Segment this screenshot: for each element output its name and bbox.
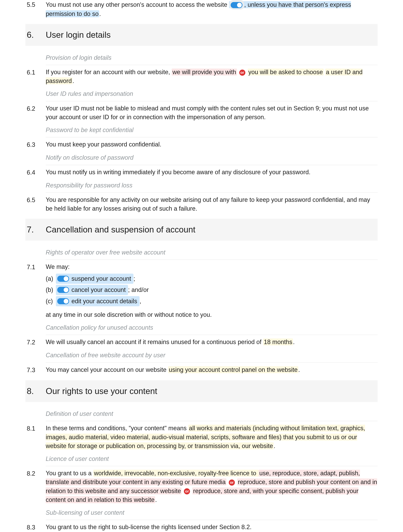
clause-number: 6.3	[25, 140, 46, 149]
clause-6-3: 6.3 You must keep your password confiden…	[25, 140, 378, 149]
clause-end: .	[99, 10, 101, 17]
clause-end: .	[293, 338, 295, 345]
clause-number: 5.5	[25, 0, 46, 9]
section-7-header: 7. Cancellation and suspension of accoun…	[25, 219, 378, 241]
clause-6-2: 6.2 Your user ID must not be liable to m…	[25, 104, 378, 121]
or-badge-icon[interactable]: or	[229, 480, 235, 486]
clause-7-1: 7.1 We may: (a) suspend your account ; (…	[25, 262, 378, 319]
sub-tail: ; and/or	[128, 285, 149, 294]
optional-segment[interactable]: cancel your account	[56, 285, 128, 295]
clause-trail: at any time in our sole discretion with …	[46, 310, 378, 319]
editable-value[interactable]: using your account control panel on the …	[168, 366, 298, 373]
clause-body: We will usually cancel an account if it …	[46, 338, 378, 346]
clause-end: .	[274, 443, 275, 449]
clause-end: .	[298, 366, 300, 373]
clause-note: Definition of user content	[46, 408, 378, 421]
clause-body: You must notify us in writing immediatel…	[46, 168, 378, 177]
clause-body: Your user ID must not be liable to misle…	[46, 104, 378, 121]
sub-tail: ;	[133, 274, 135, 283]
section-number: 7.	[25, 223, 46, 236]
clause-text: You may cancel your account on our websi…	[46, 366, 168, 373]
clause-5-5: 5.5 You must not use any other person's …	[25, 0, 378, 18]
sub-tail: ,	[139, 297, 141, 306]
clause-number: 8.3	[25, 523, 46, 532]
clause-8-1: 8.1 In these terms and conditions, "your…	[25, 424, 378, 450]
section-number: 6.	[25, 29, 46, 41]
clause-body: We may: (a) suspend your account ; (b) c…	[46, 262, 378, 319]
option-text[interactable]: you will be asked to choose	[248, 69, 324, 76]
clause-text: If you register for an account with our …	[46, 69, 170, 76]
section-8-header: 8. Our rights to use your content	[25, 380, 378, 402]
clause-8-3: 8.3 You grant to us the right to sub-lic…	[25, 523, 378, 532]
clause-text: We will usually cancel an account if it …	[46, 338, 263, 345]
section-title: Cancellation and suspension of account	[46, 223, 195, 236]
clause-body: You are responsible for any activity on …	[46, 195, 378, 213]
clause-number: 6.2	[25, 104, 46, 113]
section-6-header: 6. User login details	[25, 24, 378, 46]
clause-6-1: 6.1 If you register for an account with …	[25, 68, 378, 85]
sub-letter: (a)	[46, 274, 56, 283]
editable-value[interactable]: 18 months	[263, 338, 293, 345]
clause-note: Responsibility for password loss	[46, 179, 378, 193]
clause-number: 8.2	[25, 469, 46, 478]
clause-text: You grant to us a	[46, 470, 93, 477]
clause-text: You grant to us the right to sub-license…	[46, 523, 378, 532]
clause-6-4: 6.4 You must notify us in writing immedi…	[25, 168, 378, 177]
clause-7-2: 7.2 We will usually cancel an account if…	[25, 338, 378, 347]
clause-note: Password to be kept confidential	[46, 124, 378, 137]
toggle-switch[interactable]	[57, 298, 69, 304]
clause-number: 8.1	[25, 424, 46, 433]
clause-text: In these terms and conditions, "your con…	[46, 425, 188, 432]
clause-lead: We may:	[46, 262, 378, 271]
clause-number: 7.1	[25, 262, 46, 272]
section-title: Our rights to use your content	[46, 385, 157, 397]
or-badge-icon[interactable]: or	[239, 70, 245, 76]
clause-text: You must notify us in writing immediatel…	[46, 168, 378, 177]
clause-body: You grant to us the right to sub-license…	[46, 523, 378, 532]
optional-segment[interactable]: edit your account details	[56, 296, 139, 306]
clause-body: You may cancel your account on our websi…	[46, 365, 378, 374]
clause-7-3: 7.3 You may cancel your account on our w…	[25, 365, 378, 374]
option-text: suspend your account	[71, 274, 131, 283]
clause-text: You must keep your password confidential…	[46, 140, 378, 149]
clause-body: You must not use any other person's acco…	[46, 0, 378, 18]
clause-note: Rights of operator over free website acc…	[46, 246, 378, 260]
clause-note: Provision of login details	[46, 52, 378, 65]
section-number: 8.	[25, 385, 46, 397]
clause-note: User ID rules and impersonation	[46, 88, 378, 101]
clause-text: You must not use any other person's acco…	[46, 1, 227, 8]
section-title: User login details	[46, 29, 111, 41]
option-text: edit your account details	[71, 297, 137, 306]
editable-value[interactable]: worldwide, irrevocable, non-exclusive, r…	[93, 470, 258, 477]
clause-note: Licence of user content	[46, 453, 378, 466]
clause-note: Sub-licensing of user content	[46, 507, 378, 520]
toggle-switch[interactable]	[230, 0, 244, 9]
clause-end: .	[72, 77, 74, 84]
clause-8-2: 8.2 You grant to us a worldwide, irrevoc…	[25, 469, 378, 504]
clause-number: 6.1	[25, 68, 46, 77]
option-text[interactable]: we will provide you with	[172, 69, 237, 76]
clause-text: Your user ID must not be liable to misle…	[46, 104, 378, 121]
clause-number: 6.5	[25, 195, 46, 204]
clause-body: You grant to us a worldwide, irrevocable…	[46, 469, 378, 504]
clause-text: You are responsible for any activity on …	[46, 195, 378, 213]
toggle-switch[interactable]	[57, 287, 69, 293]
clause-6-5: 6.5 You are responsible for any activity…	[25, 195, 378, 213]
clause-number: 7.3	[25, 365, 46, 374]
clause-body: In these terms and conditions, "your con…	[46, 424, 378, 450]
toggle-switch[interactable]	[57, 276, 69, 282]
or-badge-icon[interactable]: or	[184, 488, 190, 494]
clause-body: You must keep your password confidential…	[46, 140, 378, 149]
clause-note: Cancellation policy for unused accounts	[46, 322, 378, 335]
optional-segment[interactable]: suspend your account	[56, 274, 133, 284]
clause-body: If you register for an account with our …	[46, 68, 378, 85]
clause-number: 7.2	[25, 338, 46, 347]
clause-note: Cancellation of free website account by …	[46, 349, 378, 362]
sub-letter: (b)	[46, 285, 56, 294]
clause-end: .	[155, 496, 157, 503]
sub-item-a: (a) suspend your account ;	[46, 274, 378, 284]
clause-note: Notify on disclosure of password	[46, 152, 378, 165]
sub-letter: (c)	[46, 297, 56, 306]
option-text: cancel your account	[71, 285, 126, 294]
sub-item-c: (c) edit your account details ,	[46, 296, 378, 306]
